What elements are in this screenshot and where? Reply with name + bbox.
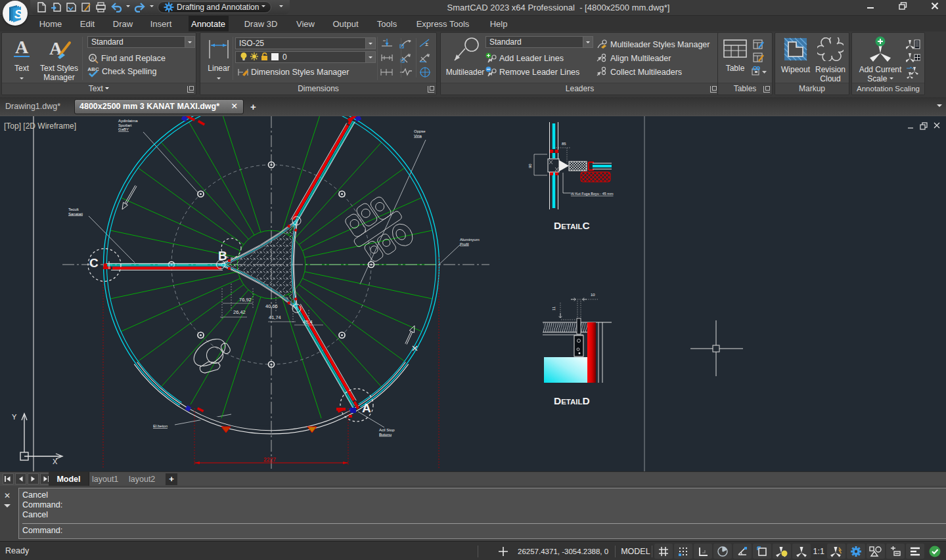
- svg-text:Butonu: Butonu: [379, 433, 392, 437]
- svg-text:2227: 2227: [263, 456, 276, 463]
- svg-text:Y: Y: [12, 413, 17, 421]
- svg-text:±: ±: [425, 41, 428, 47]
- svg-text:90: 90: [528, 163, 532, 168]
- svg-text:40,66: 40,66: [265, 303, 278, 309]
- svg-text:Sanatati: Sanatati: [68, 212, 83, 216]
- svg-text:X: X: [53, 458, 58, 465]
- svg-text:Oppse: Oppse: [414, 129, 426, 133]
- svg-text:26,42: 26,42: [233, 309, 246, 315]
- svg-text:GaBY: GaBY: [118, 127, 129, 131]
- svg-text:A: A: [15, 37, 29, 57]
- svg-text:[Top] [2D Wireframe]: [Top] [2D Wireframe]: [4, 121, 76, 131]
- svg-text:Al Kut Fuga Boyu - 45 mm: Al Kut Fuga Boyu - 45 mm: [571, 192, 614, 196]
- svg-text:45,4: 45,4: [303, 319, 313, 325]
- svg-text:76,92: 76,92: [239, 297, 252, 303]
- svg-text:Acil Stop: Acil Stop: [379, 428, 395, 432]
- svg-text:10: 10: [591, 293, 595, 297]
- svg-text:B: B: [218, 249, 227, 263]
- svg-text:Tecult: Tecult: [68, 207, 79, 211]
- svg-text:41,74: 41,74: [269, 314, 281, 320]
- svg-text:Aluminyum: Aluminyum: [460, 238, 480, 242]
- svg-text:Spotlari: Spotlari: [118, 123, 131, 127]
- svg-text:Profil: Profil: [460, 242, 469, 246]
- svg-text:A: A: [91, 55, 95, 62]
- svg-text:Viria: Viria: [414, 134, 422, 138]
- svg-text:85: 85: [562, 142, 566, 146]
- svg-text:S: S: [14, 7, 23, 21]
- svg-text:11: 11: [552, 306, 556, 311]
- svg-text:Aydinlatma: Aydinlatma: [118, 119, 138, 123]
- svg-text:El.beton: El.beton: [153, 424, 168, 428]
- svg-text:A: A: [362, 401, 371, 415]
- svg-text:C: C: [89, 256, 99, 270]
